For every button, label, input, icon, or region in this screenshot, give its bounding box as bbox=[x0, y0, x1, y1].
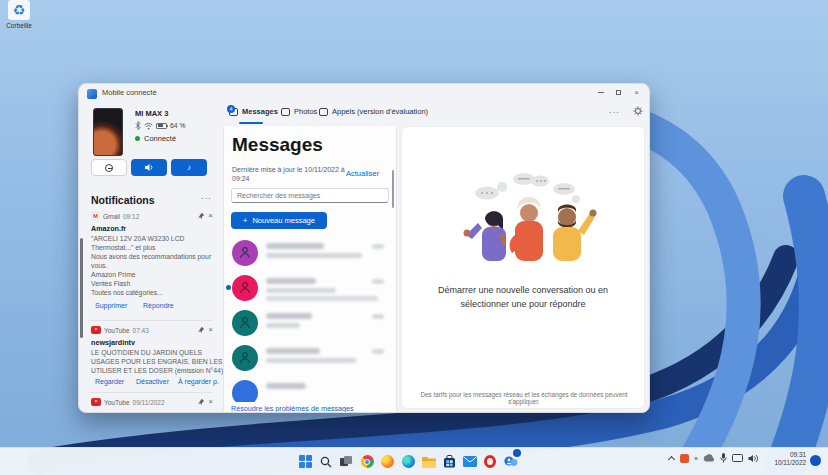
tab-label: Messages bbox=[242, 107, 278, 116]
start-button[interactable] bbox=[297, 452, 314, 471]
notification-gmail-header: M Gmail 09:12 × bbox=[91, 212, 213, 220]
battery-icon bbox=[156, 123, 167, 129]
empty-caption-line2: sélectionner une pour répondre bbox=[402, 299, 644, 309]
notification-line: Thermostat..." et plus bbox=[91, 244, 215, 251]
list-scrollbar[interactable] bbox=[392, 170, 394, 208]
delete-action[interactable]: Supprimer bbox=[95, 302, 127, 309]
chrome-icon bbox=[361, 455, 374, 468]
onedrive-cloud-icon[interactable] bbox=[703, 454, 715, 462]
do-not-disturb-button[interactable] bbox=[91, 159, 127, 176]
conversation-row[interactable] bbox=[224, 376, 396, 402]
settings-gear-icon[interactable] bbox=[633, 106, 643, 116]
phone-status-icons: 64 % bbox=[135, 121, 186, 130]
notification-youtube-header: YouTube 07:43 × bbox=[91, 326, 213, 334]
phone-link-taskbar-button[interactable] bbox=[502, 452, 519, 471]
maximize-icon bbox=[616, 90, 621, 95]
avatar bbox=[232, 275, 258, 301]
divider bbox=[89, 320, 213, 321]
empty-caption-line1: Démarrer une nouvelle conversation ou en bbox=[402, 285, 644, 295]
notification-line: Toutes nos catégories... bbox=[91, 289, 215, 296]
pin-icon[interactable] bbox=[197, 212, 205, 220]
avatar bbox=[232, 240, 258, 266]
minimize-button[interactable] bbox=[592, 85, 609, 100]
dismiss-notification-icon[interactable]: × bbox=[208, 326, 213, 334]
last-updated-line1: Dernière mise à jour le 10/11/2022 à bbox=[232, 166, 345, 173]
connected-label: Connecté bbox=[144, 134, 176, 143]
disable-action[interactable]: Désactiver bbox=[136, 378, 169, 385]
notification-line: Amazon Prime bbox=[91, 271, 215, 278]
notification-line: vous. bbox=[91, 262, 215, 269]
notifications-header: Notifications bbox=[91, 194, 155, 206]
conversation-row[interactable] bbox=[224, 341, 396, 376]
notification-title: Amazon.fr bbox=[91, 224, 215, 233]
edge-button[interactable] bbox=[400, 452, 417, 471]
search-button[interactable] bbox=[318, 452, 335, 471]
mail-button[interactable] bbox=[461, 452, 478, 471]
music-note-icon: ♪ bbox=[187, 164, 191, 172]
chrome-button[interactable] bbox=[359, 452, 376, 471]
tab-photos[interactable]: Photos bbox=[281, 107, 317, 116]
conversation-empty-state: Démarrer une nouvelle conversation ou en… bbox=[401, 126, 645, 409]
desktop: ♻ Corbeille Mobile connecté × MI MAX 3 6… bbox=[0, 0, 828, 475]
phone-link-badge bbox=[513, 449, 521, 457]
conversation-list bbox=[224, 236, 396, 402]
phone-screen-thumbnail[interactable] bbox=[93, 108, 123, 156]
youtube-icon bbox=[91, 398, 101, 406]
window-more-button[interactable]: ··· bbox=[609, 108, 620, 117]
taskbar-clock[interactable]: 09:31 10/11/2022 bbox=[774, 451, 806, 467]
opera-icon bbox=[484, 455, 496, 468]
notification-app-name: Gmail bbox=[103, 213, 120, 220]
firefox-button[interactable] bbox=[379, 452, 396, 471]
conversation-row[interactable] bbox=[224, 236, 396, 271]
conversation-row[interactable] bbox=[224, 306, 396, 341]
volume-icon[interactable] bbox=[748, 454, 758, 463]
messages-heading: Messages bbox=[232, 134, 323, 156]
avatar bbox=[232, 380, 258, 402]
watch-later-action[interactable]: À regarder p. bbox=[178, 378, 219, 385]
dismiss-notification-icon[interactable]: × bbox=[208, 398, 213, 406]
mail-icon bbox=[463, 456, 477, 467]
reply-action[interactable]: Répondre bbox=[143, 302, 174, 309]
audio-player-button[interactable]: ♪ bbox=[171, 159, 207, 176]
notification-title: Ma meilleure sortie cèpes ! Je trouve le bbox=[91, 410, 215, 413]
maximize-button[interactable] bbox=[610, 85, 627, 100]
microsoft-store-button[interactable] bbox=[441, 452, 458, 471]
pin-icon[interactable] bbox=[197, 398, 205, 406]
windows-start-icon bbox=[299, 455, 312, 468]
microphone-icon[interactable] bbox=[720, 453, 727, 463]
tray-chevron-up-icon[interactable] bbox=[668, 455, 675, 462]
opera-button[interactable] bbox=[482, 452, 499, 471]
tab-calls[interactable]: Appels (version d'évaluation) bbox=[319, 107, 428, 116]
sidebar-scrollbar[interactable] bbox=[80, 238, 83, 338]
tray-misc-icon[interactable]: » bbox=[694, 455, 698, 462]
window-title: Mobile connecté bbox=[102, 88, 157, 97]
tray-app-icon[interactable] bbox=[680, 454, 689, 463]
fix-messages-link[interactable]: Résoudre les problèmes de messages bbox=[231, 404, 354, 413]
task-view-button[interactable] bbox=[338, 452, 355, 471]
search-icon bbox=[320, 456, 332, 468]
conversation-row[interactable] bbox=[224, 271, 396, 306]
phone-link-window: Mobile connecté × MI MAX 3 64 % Connecté… bbox=[78, 83, 650, 413]
notifications-more-button[interactable]: ··· bbox=[201, 194, 212, 203]
audio-output-button[interactable] bbox=[131, 159, 167, 176]
tab-messages[interactable]: 4 Messages bbox=[229, 107, 278, 116]
file-explorer-button[interactable] bbox=[420, 452, 437, 471]
new-message-button[interactable]: + Nouveau message bbox=[231, 212, 327, 229]
pin-icon[interactable] bbox=[197, 326, 205, 334]
close-button[interactable]: × bbox=[628, 85, 645, 100]
titlebar[interactable]: Mobile connecté × bbox=[79, 84, 649, 102]
refresh-link[interactable]: Actualiser bbox=[346, 169, 379, 178]
search-messages-input[interactable]: Rechercher des messages bbox=[231, 188, 389, 203]
rates-disclaimer: Des tarifs pour les messages réseau et l… bbox=[412, 391, 636, 405]
do-not-disturb-icon bbox=[105, 164, 113, 172]
notification-center-badge[interactable] bbox=[810, 455, 821, 466]
recycle-bin-desktop-icon[interactable]: ♻ Corbeille bbox=[2, 0, 36, 29]
recycle-bin-icon: ♻ bbox=[8, 0, 30, 20]
notification-line: LE QUOTIDIEN DU JARDIN QUELS bbox=[91, 349, 215, 356]
tab-label: Appels (version d'évaluation) bbox=[332, 107, 428, 116]
dismiss-notification-icon[interactable]: × bbox=[208, 212, 213, 220]
speaker-icon bbox=[144, 163, 154, 172]
cast-screen-icon[interactable] bbox=[732, 454, 743, 463]
watch-action[interactable]: Regarder bbox=[95, 378, 124, 385]
notification-app-name: YouTube bbox=[104, 399, 130, 406]
